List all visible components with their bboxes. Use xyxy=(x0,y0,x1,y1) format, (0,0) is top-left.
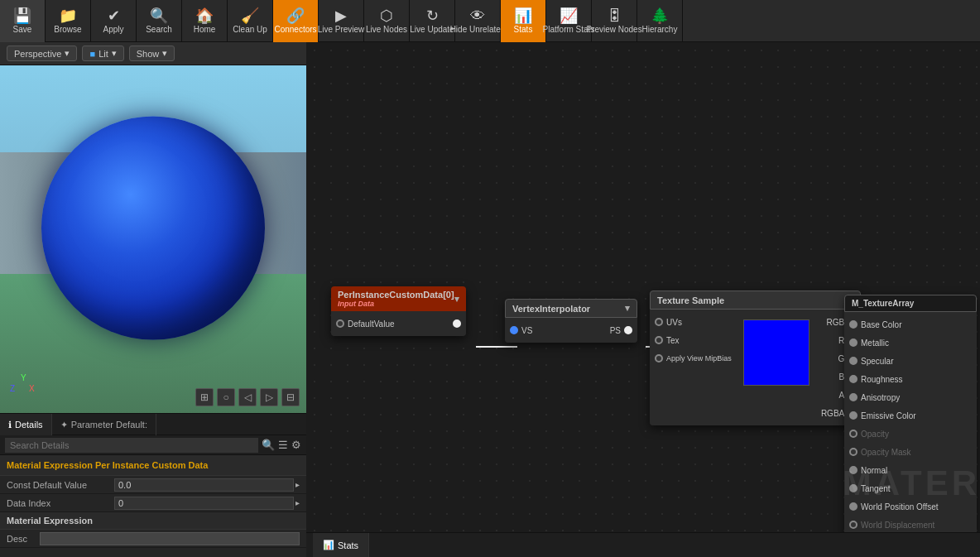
viewport-btn-1[interactable]: ⊞ xyxy=(195,388,214,406)
filter-icon[interactable]: ☰ xyxy=(278,439,288,451)
node-texture-body: UVs Tex Apply View MipBias xyxy=(650,310,861,425)
pin-in-uvs xyxy=(655,318,663,326)
options-icon[interactable]: ⚙ xyxy=(291,439,301,451)
live-update-icon: ↻ xyxy=(426,8,439,23)
search-details-input[interactable] xyxy=(5,438,258,453)
param-default-icon: ✦ xyxy=(60,420,68,430)
pin-label-vs: VS xyxy=(518,326,571,335)
pin-row-normal: Normal xyxy=(844,461,977,479)
search-button[interactable]: 🔍 Search xyxy=(137,0,182,42)
pin-in-emissive xyxy=(849,411,858,420)
prop-value-const-default[interactable]: 0.0 xyxy=(114,478,294,492)
live-preview-button[interactable]: ▶ Live Preview xyxy=(319,0,364,42)
toolbar: 💾 Save 📁 Browse ✔ Apply 🔍 Search 🏠 Home … xyxy=(0,0,980,42)
pin-label-b: B xyxy=(818,372,848,382)
stats-bar: 📊 Stats xyxy=(306,532,980,557)
perspective-label: Perspective xyxy=(14,49,61,59)
details-tabs: ℹ Details ✦ Parameter Default: xyxy=(0,414,306,435)
preview-sphere xyxy=(41,117,265,340)
lit-button[interactable]: ■ Lit ▾ xyxy=(82,46,123,61)
viewport[interactable]: X Y Z ⊞ ○ ◁ ▷ ⊟ xyxy=(0,65,306,413)
pin-row-anisotropy: Anisotropy xyxy=(844,388,977,406)
hierarchy-button[interactable]: 🌲 Hierarchy xyxy=(637,0,683,42)
main-area: Perspective ▾ ■ Lit ▾ Show ▾ X Y Z ⊞ xyxy=(0,42,980,557)
pin-label-opacity: Opacity xyxy=(858,430,972,439)
node-vertex-title: VertexInterpolator xyxy=(512,304,590,314)
pin-in-tangent xyxy=(849,484,858,492)
pin-label-rgb: RGB xyxy=(818,318,848,327)
pin-label-opacity-mask: Opacity Mask xyxy=(858,448,972,457)
pin-label-uvs: UVs xyxy=(663,318,735,327)
node-vertex-header: VertexInterpolator ▾ xyxy=(505,299,637,318)
prop-arrow-const-default[interactable]: ▸ xyxy=(295,480,300,489)
live-update-button[interactable]: ↻ Live Update xyxy=(410,0,455,42)
pin-label-metallic: Metallic xyxy=(858,339,972,348)
hide-unrelated-icon: 👁 xyxy=(470,8,485,23)
node-vertex-interpolator[interactable]: VertexInterpolator ▾ VS PS xyxy=(505,299,637,343)
cleanup-icon: 🧹 xyxy=(241,8,259,23)
pin-row-world-displacement: World Displacement xyxy=(844,516,977,534)
pin-in-vs xyxy=(510,326,518,334)
viewport-btn-5[interactable]: ⊟ xyxy=(281,388,300,406)
node-m-texture-array[interactable]: M_TextureArray Base Color Metallic Specu… xyxy=(844,295,977,537)
desc-value[interactable] xyxy=(40,532,300,545)
tab-details[interactable]: ℹ Details xyxy=(0,414,52,435)
pin-in-specular xyxy=(849,357,858,365)
prop-value-data-index[interactable]: 0 xyxy=(114,497,294,510)
platform-stats-button[interactable]: 📈 Platform Stats xyxy=(546,0,592,42)
pin-row-specular: Specular xyxy=(844,352,977,370)
pin-label-normal: Normal xyxy=(858,466,972,475)
chevron-down-icon: ▾ xyxy=(65,48,70,59)
apply-button[interactable]: ✔ Apply xyxy=(91,0,137,42)
pin-row-defaultvalue: DefaultValue xyxy=(331,315,466,333)
details-panel: ℹ Details ✦ Parameter Default: 🔍 ☰ ⚙ Mat… xyxy=(0,413,306,557)
lit-icon: ■ xyxy=(89,49,95,59)
pin-label-tangent: Tangent xyxy=(858,484,972,493)
browse-button[interactable]: 📁 Browse xyxy=(46,0,91,42)
show-label: Show xyxy=(137,49,160,59)
viewport-controls: ⊞ ○ ◁ ▷ ⊟ xyxy=(195,388,300,406)
show-chevron-icon: ▾ xyxy=(162,48,167,59)
perspective-button[interactable]: Perspective ▾ xyxy=(7,46,77,61)
prop-label-data-index: Data Index xyxy=(7,498,114,508)
apply-icon: ✔ xyxy=(108,8,120,23)
node-per-instance[interactable]: PerInstanceCustomData[0] Input Data ▾ De… xyxy=(331,286,466,336)
show-button[interactable]: Show ▾ xyxy=(129,46,175,61)
node-vertex-expand-icon[interactable]: ▾ xyxy=(625,303,630,314)
tab-param-default[interactable]: ✦ Parameter Default: xyxy=(52,414,156,435)
node-texture-title: Texture Sample xyxy=(657,295,724,305)
stats-tab[interactable]: 📊 Stats xyxy=(313,533,369,558)
pin-in-world-pos-offset xyxy=(849,502,858,511)
pin-row-applymip: Apply View MipBias xyxy=(650,349,740,367)
live-nodes-button[interactable]: ⬡ Live Nodes xyxy=(364,0,410,42)
save-button[interactable]: 💾 Save xyxy=(0,0,46,42)
pin-label-specular: Specular xyxy=(858,357,972,366)
prop-arrow-data-index[interactable]: ▸ xyxy=(295,498,300,507)
preview-nodes-icon: 🎛 xyxy=(607,8,622,23)
node-texture-sample[interactable]: Texture Sample ▴ UVs Tex xyxy=(650,291,861,425)
lit-chevron-icon: ▾ xyxy=(112,48,117,59)
search-details-icon[interactable]: 🔍 xyxy=(262,439,275,451)
viewport-btn-2[interactable]: ○ xyxy=(217,388,235,406)
pin-row-base-color: Base Color xyxy=(844,315,977,334)
search-details-bar: 🔍 ☰ ⚙ xyxy=(0,435,306,455)
pin-in-anisotropy xyxy=(849,393,858,401)
viewport-btn-3[interactable]: ◁ xyxy=(238,388,257,406)
node-per-instance-expand-icon[interactable]: ▾ xyxy=(454,294,459,305)
prop-label-const-default: Const Default Value xyxy=(7,480,114,490)
details-icon: ℹ xyxy=(8,420,12,430)
preview-nodes-button[interactable]: 🎛 Preview Nodes xyxy=(592,0,637,42)
node-canvas[interactable]: PerInstanceCustomData[0] Input Data ▾ De… xyxy=(306,42,980,557)
pin-in-normal xyxy=(849,466,858,474)
pin-out-ps xyxy=(624,326,632,334)
pin-row-metallic: Metallic xyxy=(844,334,977,352)
home-button[interactable]: 🏠 Home xyxy=(182,0,228,42)
pin-label-world-pos-offset: World Position Offset xyxy=(858,502,972,511)
cleanup-button[interactable]: 🧹 Clean Up xyxy=(228,0,273,42)
stats-button[interactable]: 📊 Stats xyxy=(501,0,546,42)
hide-unrelated-button[interactable]: 👁 Hide Unrelated xyxy=(455,0,501,42)
connectors-button[interactable]: 🔗 Connectors xyxy=(273,0,319,42)
pin-row-vs-ps: VS PS xyxy=(505,321,637,339)
viewport-btn-4[interactable]: ▷ xyxy=(260,388,278,406)
mat-expr-section: Material Expression xyxy=(0,512,306,530)
